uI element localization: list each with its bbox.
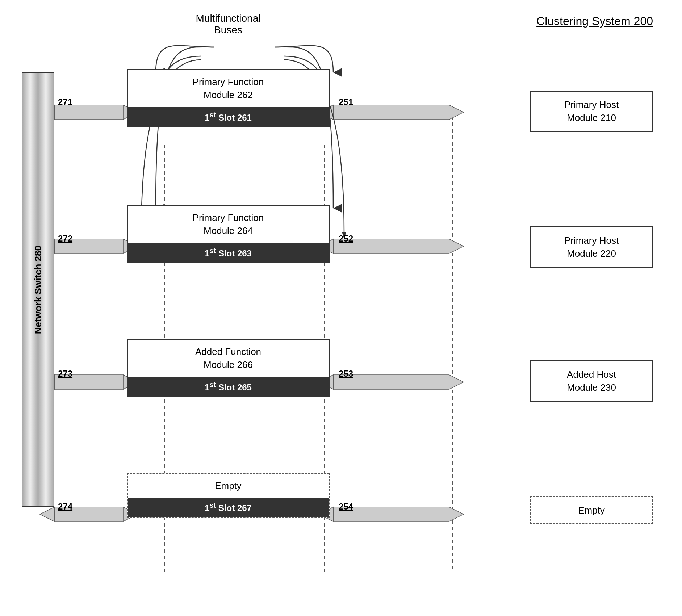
arrow-273	[40, 375, 138, 389]
network-switch-label: Network Switch 280	[33, 246, 44, 334]
multifunctional-buses-label: MultifunctionalBuses	[181, 13, 275, 36]
function-module-empty-title: Empty	[128, 474, 329, 498]
svg-marker-12	[333, 105, 449, 120]
svg-marker-32	[449, 507, 464, 521]
function-module-empty: Empty 1st Slot 267	[127, 473, 330, 518]
arrow-label-273: 273	[58, 369, 72, 379]
svg-marker-14	[449, 105, 464, 120]
host-module-230: Added HostModule 230	[530, 360, 653, 402]
slot-267: 1st Slot 267	[128, 498, 329, 517]
arrow-251	[319, 105, 464, 120]
function-module-266-title: Added FunctionModule 266	[128, 340, 329, 377]
svg-marker-26	[449, 375, 464, 389]
arrow-label-251: 251	[339, 97, 353, 107]
arrow-label-272: 272	[58, 234, 72, 244]
diagram-container: Clustering System 200	[0, 0, 682, 616]
host-module-empty: Empty	[530, 496, 653, 524]
host-module-220: Primary HostModule 220	[530, 226, 653, 268]
host-module-210: Primary HostModule 210	[530, 91, 653, 132]
function-module-262-title: Primary FunctionModule 262	[128, 70, 329, 107]
arrow-label-252: 252	[339, 234, 353, 244]
slot-263: 1st Slot 263	[128, 243, 329, 262]
slot-265: 1st Slot 265	[128, 377, 329, 396]
arrow-274	[40, 507, 138, 521]
arrow-271	[40, 105, 138, 120]
svg-marker-20	[449, 239, 464, 253]
svg-marker-9	[54, 105, 123, 120]
function-module-264: Primary FunctionModule 264 1st Slot 263	[127, 205, 330, 263]
function-module-264-title: Primary FunctionModule 264	[128, 206, 329, 243]
svg-marker-28	[40, 507, 54, 521]
function-module-262: Primary FunctionModule 262 1st Slot 261	[127, 69, 330, 127]
function-module-266: Added FunctionModule 266 1st Slot 265	[127, 339, 330, 397]
network-switch: Network Switch 280	[22, 72, 54, 507]
arrow-label-271: 271	[58, 97, 72, 107]
arrow-label-274: 274	[58, 502, 72, 512]
clustering-system-title: Clustering System 200	[536, 14, 653, 28]
arrow-label-254: 254	[339, 502, 353, 512]
arrow-272	[40, 239, 138, 253]
arrow-label-253: 253	[339, 369, 353, 379]
slot-261: 1st Slot 261	[128, 107, 329, 126]
